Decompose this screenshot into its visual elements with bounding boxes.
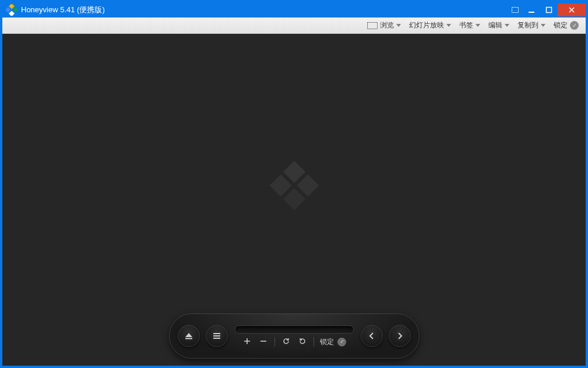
chevron-right-icon bbox=[396, 332, 404, 340]
svg-rect-10 bbox=[269, 174, 291, 197]
bookmark-label: 书签 bbox=[459, 20, 473, 30]
svg-rect-8 bbox=[283, 160, 305, 183]
zoom-in-button[interactable] bbox=[242, 337, 252, 346]
panel-lock-toggle[interactable]: 锁定 ✓ bbox=[320, 337, 346, 347]
svg-rect-6 bbox=[547, 8, 552, 13]
minus-icon bbox=[260, 338, 267, 345]
window-title: Honeyview 5.41 (便携版) bbox=[21, 5, 105, 15]
svg-rect-11 bbox=[283, 188, 305, 210]
lock-label: 锁定 bbox=[554, 20, 568, 30]
chevron-down-icon bbox=[476, 24, 480, 27]
close-button[interactable] bbox=[558, 3, 586, 16]
control-panel: 锁定 ✓ bbox=[169, 313, 420, 359]
svg-rect-12 bbox=[185, 338, 192, 339]
divider bbox=[274, 337, 275, 346]
panel-tools-row: 锁定 ✓ bbox=[235, 337, 354, 347]
svg-rect-15 bbox=[213, 338, 220, 339]
title-bar[interactable]: Honeyview 5.41 (便携版) bbox=[2, 2, 586, 17]
copyto-menu[interactable]: 复制到 bbox=[515, 19, 548, 31]
menu-icon bbox=[212, 331, 221, 341]
previous-button[interactable] bbox=[361, 325, 383, 347]
browse-label: 浏览 bbox=[380, 20, 394, 30]
check-circle-icon: ✓ bbox=[570, 21, 579, 30]
svg-rect-1 bbox=[12, 7, 17, 13]
rotate-right-button[interactable] bbox=[297, 337, 308, 347]
app-icon bbox=[6, 4, 17, 16]
zoom-out-button[interactable] bbox=[258, 337, 269, 346]
edit-label: 编辑 bbox=[488, 20, 502, 30]
fullscreen-button[interactable] bbox=[508, 3, 523, 16]
menu-button[interactable] bbox=[206, 325, 228, 347]
bookmark-menu[interactable]: 书签 bbox=[457, 19, 483, 31]
next-button[interactable] bbox=[389, 325, 411, 347]
svg-rect-9 bbox=[297, 174, 319, 197]
lock-toggle[interactable]: 锁定 ✓ bbox=[551, 19, 581, 31]
placeholder-logo-icon bbox=[268, 159, 321, 214]
panel-center: 锁定 ✓ bbox=[234, 325, 355, 347]
svg-rect-7 bbox=[368, 22, 378, 29]
view-mode-button[interactable]: 浏览 bbox=[365, 19, 403, 31]
chevron-down-icon bbox=[396, 24, 401, 27]
slideshow-label: 幻灯片放映 bbox=[409, 20, 444, 30]
svg-rect-0 bbox=[9, 4, 15, 9]
open-button[interactable] bbox=[178, 325, 200, 347]
chevron-down-icon bbox=[446, 24, 451, 27]
chevron-left-icon bbox=[368, 332, 376, 340]
app-window: Honeyview 5.41 (便携版) 浏览 幻灯片放映 书签 bbox=[0, 0, 588, 368]
minimize-button[interactable] bbox=[523, 3, 540, 16]
svg-rect-2 bbox=[6, 7, 11, 13]
eject-icon bbox=[184, 331, 193, 341]
svg-rect-14 bbox=[213, 335, 220, 337]
rotate-ccw-icon bbox=[282, 337, 290, 345]
divider bbox=[314, 337, 314, 346]
slideshow-menu[interactable]: 幻灯片放映 bbox=[407, 19, 453, 31]
maximize-button[interactable] bbox=[540, 3, 558, 16]
plus-icon bbox=[244, 338, 251, 345]
image-viewport[interactable]: 锁定 ✓ bbox=[2, 34, 586, 366]
svg-rect-4 bbox=[512, 8, 519, 13]
toolbar: 浏览 幻灯片放映 书签 编辑 复制到 锁定 ✓ bbox=[2, 17, 586, 34]
rotate-cw-icon bbox=[298, 337, 307, 345]
chevron-down-icon bbox=[541, 24, 545, 27]
position-slider[interactable] bbox=[235, 325, 354, 334]
panel-lock-label: 锁定 bbox=[320, 337, 334, 347]
svg-rect-13 bbox=[213, 333, 220, 334]
copyto-label: 复制到 bbox=[517, 20, 538, 30]
chevron-down-icon bbox=[505, 24, 509, 27]
check-circle-icon: ✓ bbox=[337, 338, 346, 346]
fit-screen-icon bbox=[367, 22, 378, 29]
rotate-left-button[interactable] bbox=[281, 337, 291, 347]
edit-menu[interactable]: 编辑 bbox=[486, 19, 512, 31]
svg-rect-3 bbox=[9, 10, 15, 16]
svg-rect-5 bbox=[529, 12, 534, 13]
